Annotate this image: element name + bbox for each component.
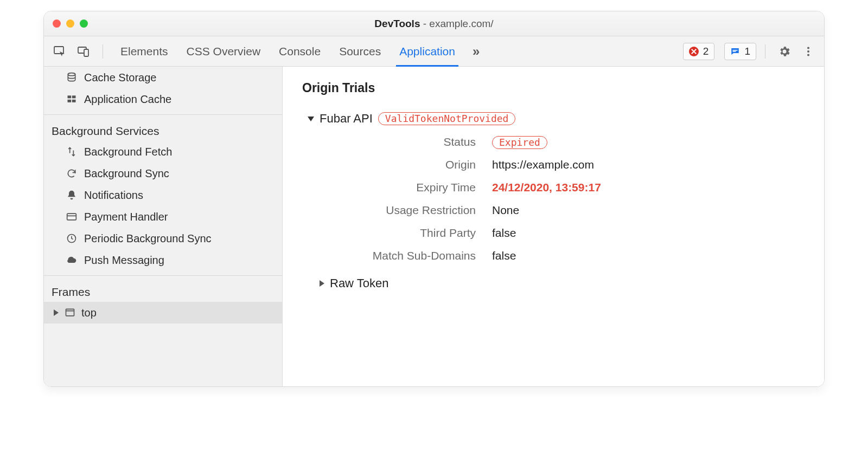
sidebar-label: Cache Storage [84, 72, 156, 84]
label-status: Status [335, 135, 476, 148]
message-icon [730, 47, 740, 56]
disclosure-triangle-icon [308, 117, 314, 121]
sidebar-divider [44, 114, 282, 115]
sidebar-divider [44, 275, 282, 276]
titlebar: DevTools - example.com/ [44, 11, 824, 36]
sidebar-item-background-fetch[interactable]: Background Fetch [44, 141, 282, 163]
label-third-party: Third Party [335, 227, 476, 240]
minimize-window-button[interactable] [66, 20, 74, 28]
svg-rect-12 [72, 100, 76, 102]
raw-token-row[interactable]: Raw Token [302, 276, 805, 290]
status-pill: Expired [492, 136, 547, 149]
window-title: DevTools - example.com/ [44, 18, 824, 30]
sidebar-label: Push Messaging [84, 254, 164, 267]
sidebar-item-cache-storage[interactable]: Cache Storage [44, 67, 282, 88]
svg-point-6 [807, 50, 809, 52]
panel-body: Cache Storage Application Cache Backgrou… [44, 67, 824, 386]
tab-application[interactable]: Application [399, 36, 455, 66]
label-origin: Origin [335, 158, 476, 171]
title-path: example.com/ [429, 18, 493, 29]
label-expiry: Expiry Time [335, 181, 476, 194]
devtools-window: DevTools - example.com/ Elements CSS Ove… [43, 11, 825, 387]
sidebar-item-push-messaging[interactable]: Push Messaging [44, 249, 282, 271]
errors-count: 2 [703, 46, 709, 57]
svg-point-7 [807, 54, 809, 56]
raw-token-label: Raw Token [330, 276, 388, 290]
settings-icon[interactable] [774, 41, 795, 62]
trial-summary-row[interactable]: Fubar API ValidTokenNotProvided [302, 112, 805, 126]
sync-icon [66, 167, 78, 179]
kebab-menu-icon[interactable] [798, 41, 819, 62]
credit-card-icon [66, 211, 78, 223]
bell-icon [66, 189, 78, 201]
sidebar-label: Periodic Background Sync [84, 232, 212, 245]
inspect-element-icon[interactable] [49, 41, 70, 62]
sidebar-label: Application Cache [84, 93, 171, 106]
sidebar-item-frame-top[interactable]: top [44, 302, 282, 324]
tab-console[interactable]: Console [279, 36, 321, 66]
disclosure-triangle-icon [320, 280, 324, 287]
panel-heading: Origin Trials [302, 81, 805, 95]
svg-rect-2 [84, 49, 88, 56]
trial-details: Status Expired Origin https://example.co… [335, 135, 805, 262]
window-controls [53, 20, 88, 28]
toolbar-separator [103, 44, 103, 59]
label-usage-restriction: Usage Restriction [335, 204, 476, 217]
grid-icon [66, 93, 78, 105]
svg-rect-3 [733, 50, 738, 51]
sidebar-item-application-cache[interactable]: Application Cache [44, 88, 282, 110]
toolbar-separator [765, 44, 765, 59]
tab-css-overview[interactable]: CSS Overview [187, 36, 261, 66]
trial-badge: ValidTokenNotProvided [378, 112, 516, 125]
svg-rect-16 [66, 309, 74, 316]
sidebar-label: Payment Handler [84, 211, 168, 223]
database-icon [66, 72, 78, 83]
sidebar-label: Notifications [84, 189, 143, 202]
window-icon [64, 307, 76, 319]
zoom-window-button[interactable] [80, 20, 88, 28]
sidebar-label: Background Fetch [84, 146, 172, 158]
origin-trials-panel: Origin Trials Fubar API ValidTokenNotPro… [283, 67, 824, 386]
messages-badge[interactable]: 1 [724, 43, 756, 60]
device-toolbar-icon[interactable] [73, 41, 94, 62]
svg-point-8 [68, 73, 75, 76]
close-window-button[interactable] [53, 20, 61, 28]
svg-rect-11 [68, 100, 72, 102]
tab-label: Application [399, 45, 455, 58]
more-tabs-icon[interactable]: » [469, 36, 483, 66]
tab-label: Elements [120, 45, 168, 58]
svg-rect-4 [733, 51, 736, 52]
sidebar-heading-frames: Frames [44, 280, 282, 302]
error-icon [689, 47, 699, 56]
trial-name: Fubar API [320, 112, 373, 126]
sidebar-heading-background-services: Background Services [44, 119, 282, 141]
value-usage-restriction: None [492, 204, 805, 217]
messages-count: 1 [744, 46, 750, 57]
svg-rect-9 [68, 95, 72, 98]
cloud-icon [66, 254, 78, 266]
application-sidebar: Cache Storage Application Cache Backgrou… [44, 67, 283, 386]
value-expiry: 24/12/2020, 13:59:17 [492, 181, 805, 194]
tab-sources[interactable]: Sources [339, 36, 381, 66]
label-match-subdomains: Match Sub-Domains [335, 249, 476, 262]
value-third-party: false [492, 227, 805, 240]
frame-name: top [81, 307, 97, 319]
tab-elements[interactable]: Elements [120, 36, 168, 66]
transfer-icon [66, 146, 78, 158]
svg-rect-10 [72, 95, 76, 98]
sidebar-item-payment-handler[interactable]: Payment Handler [44, 206, 282, 228]
devtools-toolbar: Elements CSS Overview Console Sources Ap… [44, 36, 824, 67]
sidebar-item-notifications[interactable]: Notifications [44, 184, 282, 206]
value-match-subdomains: false [492, 249, 805, 262]
value-status: Expired [492, 135, 805, 148]
value-origin: https://example.com [492, 158, 805, 171]
panel-tabs: Elements CSS Overview Console Sources Ap… [120, 36, 455, 66]
svg-rect-13 [67, 214, 76, 220]
svg-point-5 [807, 47, 809, 49]
disclosure-triangle-icon [54, 309, 59, 316]
sidebar-item-background-sync[interactable]: Background Sync [44, 163, 282, 184]
sidebar-label: Background Sync [84, 167, 169, 180]
tab-label: Console [279, 45, 321, 58]
sidebar-item-periodic-background-sync[interactable]: Periodic Background Sync [44, 228, 282, 249]
errors-badge[interactable]: 2 [683, 43, 715, 60]
